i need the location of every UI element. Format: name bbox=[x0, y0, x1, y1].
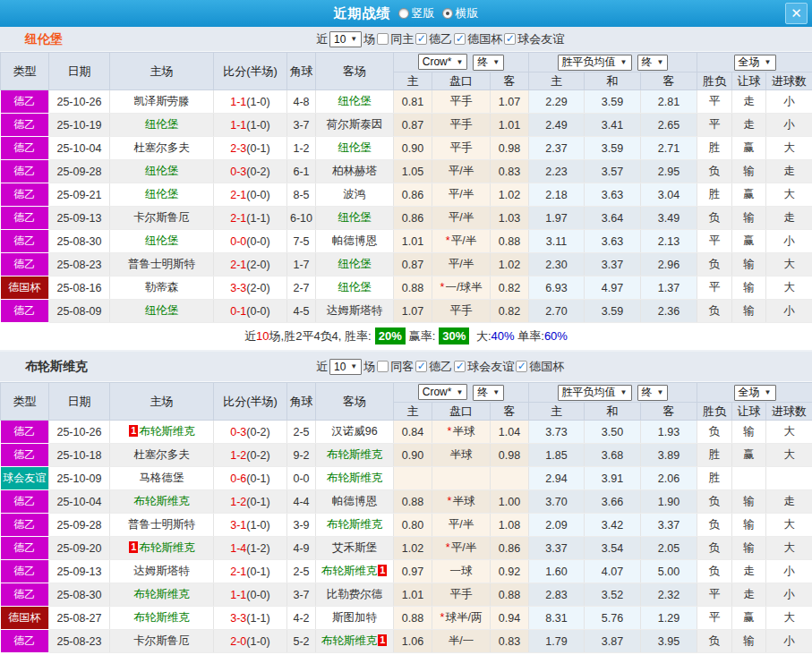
odds-company-select[interactable]: Crow*▼ bbox=[418, 54, 468, 70]
layout-radio-vertical[interactable]: 竖版 bbox=[398, 5, 435, 21]
league-filter-checkbox[interactable]: ✓ bbox=[504, 33, 516, 45]
avg-final-select[interactable]: 终▼ bbox=[637, 55, 669, 71]
handicap-cell: 一球 bbox=[432, 560, 491, 583]
league-filter-checkbox[interactable]: ✓ bbox=[415, 33, 427, 45]
avg-final-select[interactable]: 终▼ bbox=[637, 385, 669, 401]
score-cell: 1-2(0-1) bbox=[214, 490, 287, 514]
away-team-name: 布轮斯维克 bbox=[327, 472, 383, 484]
result-cell: 负 bbox=[697, 560, 732, 583]
same-venue-checkbox[interactable] bbox=[377, 361, 389, 372]
handicap-cell: 平/半 bbox=[432, 160, 491, 183]
avg-odds-cell: 2.18 bbox=[529, 183, 585, 207]
handicap-value: 平手 bbox=[450, 304, 473, 317]
sub-column-header: 主 bbox=[394, 403, 432, 421]
column-header: 主场 bbox=[110, 53, 214, 90]
avg-odds-select[interactable]: 胜平负均值▼ bbox=[558, 55, 632, 71]
avg-odds-cell: 3.91 bbox=[585, 467, 641, 490]
handicap-value: 球半/两 bbox=[445, 611, 482, 624]
odds-final-select[interactable]: 终▼ bbox=[473, 55, 504, 71]
halftime-score: (0-2) bbox=[246, 166, 269, 178]
sub-column-header: 盘口 bbox=[432, 403, 491, 421]
halftime-score: (1-0) bbox=[246, 119, 269, 132]
avg-odds-cell: 2.09 bbox=[529, 514, 585, 537]
sub-column-header: 主 bbox=[394, 72, 432, 90]
avg-odds-cell: 3.73 bbox=[529, 421, 585, 444]
league-type-badge: 德乙 bbox=[1, 630, 49, 653]
radio-label-vertical: 竖版 bbox=[412, 5, 435, 21]
away-team-cell: 帕德博恩 bbox=[316, 230, 394, 253]
scope-select[interactable]: 全场▼ bbox=[734, 55, 776, 71]
home-team-name: 纽伦堡 bbox=[145, 165, 179, 177]
away-team-cell: 斯图加特 bbox=[316, 607, 394, 630]
corners-cell: 3-7 bbox=[287, 114, 316, 137]
odds-final-select[interactable]: 终▼ bbox=[473, 385, 504, 401]
avg-odds-cell: 5.76 bbox=[585, 607, 641, 630]
summary-text: 近 bbox=[244, 329, 256, 343]
away-team-cell: 布轮斯维克 bbox=[316, 444, 394, 467]
league-type-badge: 德国杯 bbox=[1, 607, 49, 630]
red-card-badge: 1 bbox=[378, 634, 387, 646]
sub-column-header: 客 bbox=[491, 403, 529, 421]
home-team-cell: 纽伦堡 bbox=[110, 300, 214, 323]
league-filter-checkbox[interactable]: ✓ bbox=[415, 361, 427, 372]
avg-odds-cell: 3.37 bbox=[641, 514, 697, 537]
same-venue-checkbox[interactable] bbox=[377, 33, 389, 45]
fulltime-score: 1-4 bbox=[230, 542, 246, 555]
handicap-value: 平手 bbox=[450, 95, 473, 107]
result-cell: 输 bbox=[732, 207, 766, 230]
handicap-value: 半球 bbox=[450, 448, 473, 461]
chevron-down-icon: ▼ bbox=[765, 58, 772, 66]
away-team-name: 纽伦堡 bbox=[338, 211, 372, 224]
matches-count-select[interactable]: 10▼ bbox=[329, 359, 362, 375]
away-team-name: 比勒费尔德 bbox=[327, 588, 383, 600]
sub-column-header: 客 bbox=[641, 403, 697, 421]
result-cell: 走 bbox=[766, 490, 812, 514]
avg-odds-cell: 2.29 bbox=[529, 90, 585, 114]
away-team-name: 布轮斯维克 bbox=[327, 448, 383, 461]
halftime-score: (1-1) bbox=[246, 212, 269, 225]
halftime-score: (0-1) bbox=[246, 472, 269, 485]
league-filter-label: 德国杯 bbox=[529, 359, 564, 375]
league-filter-checkbox[interactable]: ✓ bbox=[454, 361, 466, 372]
handicap-cell: 平/半 bbox=[432, 514, 491, 537]
scope-select[interactable]: 全场▼ bbox=[734, 385, 776, 401]
away-team-cell: 纽伦堡 bbox=[316, 207, 394, 230]
halftime-score: (1-0) bbox=[246, 635, 269, 648]
avg-odds-cell: 2.36 bbox=[641, 300, 697, 323]
away-odds-cell: 1.04 bbox=[491, 421, 529, 444]
chevron-down-icon: ▼ bbox=[657, 58, 664, 66]
handicap-cell: 平/半 bbox=[432, 207, 491, 230]
corners-cell: 3-7 bbox=[287, 583, 316, 607]
close-icon[interactable]: ✕ bbox=[785, 3, 808, 24]
layout-radio-horizontal[interactable]: 横版 bbox=[442, 5, 479, 21]
handicap-cell: *半球 bbox=[432, 490, 491, 514]
handicap-value: 平/半 bbox=[449, 518, 474, 531]
results-table: 类型日期主场比分(半场)角球客场Crow*▼终▼胜平负均值▼终▼全场▼主盘口客主… bbox=[0, 382, 812, 653]
team-name: 布轮斯维克 bbox=[25, 359, 88, 375]
section-header: 布轮斯维克近10▼场同客✓德乙✓球会友谊✓德国杯 bbox=[0, 350, 812, 382]
avg-odds-cell: 1.60 bbox=[529, 560, 585, 583]
star-marker: * bbox=[448, 495, 452, 507]
matches-count-select-value: 10 bbox=[334, 33, 346, 46]
home-team-name: 普鲁士明斯特 bbox=[128, 518, 195, 531]
league-filter-checkbox[interactable]: ✓ bbox=[516, 361, 527, 372]
home-team-cell: 普鲁士明斯特 bbox=[110, 514, 214, 537]
home-team-cell: 普鲁士明斯特 bbox=[110, 253, 214, 276]
league-type-badge: 德国杯 bbox=[1, 276, 49, 300]
home-odds-cell: 0.81 bbox=[394, 90, 432, 114]
match-row: 德乙25-09-13达姆斯塔特2-1(0-1)2-5布轮斯维克10.97一球0.… bbox=[1, 560, 812, 583]
home-team-cell: 纽伦堡 bbox=[110, 183, 214, 207]
filter-controls: 近10▼场同客✓德乙✓球会友谊✓德国杯 bbox=[315, 359, 565, 375]
league-filter-checkbox[interactable]: ✓ bbox=[454, 33, 466, 45]
corners-cell: 9-2 bbox=[287, 444, 316, 467]
away-team-name: 柏林赫塔 bbox=[332, 165, 377, 177]
result-cell: 大 bbox=[766, 607, 812, 630]
match-row: 德乙25-08-30布轮斯维克1-1(0-0)3-7比勒费尔德1.01平手0.8… bbox=[1, 583, 812, 607]
avg-odds-select[interactable]: 胜平负均值▼ bbox=[558, 385, 632, 401]
away-team-name: 布轮斯维克 bbox=[321, 634, 378, 647]
home-team-name: 达姆斯塔特 bbox=[133, 565, 190, 577]
match-date: 25-10-18 bbox=[49, 444, 110, 467]
odds-company-select[interactable]: Crow*▼ bbox=[418, 384, 468, 400]
away-team-cell: 纽伦堡 bbox=[316, 137, 394, 160]
matches-count-select[interactable]: 10▼ bbox=[329, 31, 362, 47]
